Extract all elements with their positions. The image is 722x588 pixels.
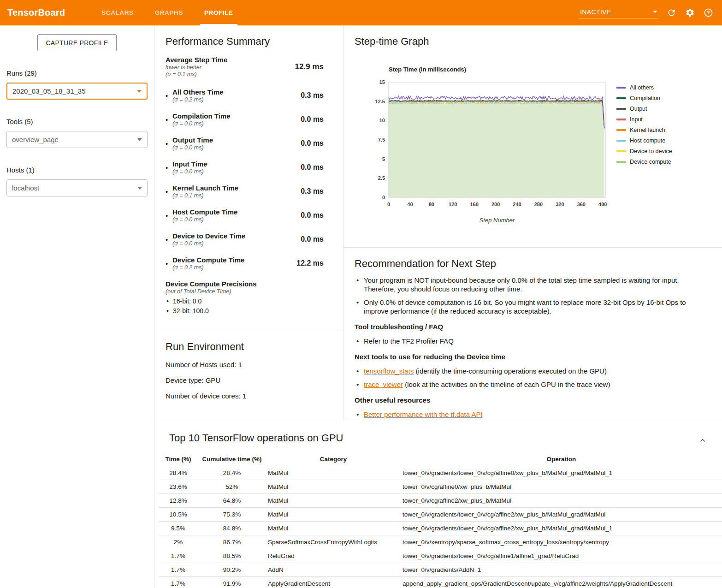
precisions-note: (out of Total Device Time)	[166, 288, 324, 295]
table-row: 12.8%64.8%MatMultower_0/v/cg/affine2/xw_…	[159, 494, 722, 508]
perf-item: • Compilation Time (σ = 0.0 ms) 0.0 ms	[166, 112, 324, 127]
chevron-down-icon	[137, 138, 142, 141]
tool-link[interactable]: trace_viewer	[364, 380, 403, 388]
resources-list: Better performance with the tf.data API	[355, 410, 701, 419]
legend-swatch	[616, 150, 626, 152]
legend-label: Device to device	[630, 148, 672, 154]
table-cell: append_apply_gradient_ops/GradientDescen…	[401, 577, 722, 588]
tab-profile[interactable]: PROFILE	[194, 0, 244, 25]
hosts-group: Hosts (1) localhost	[0, 166, 154, 196]
table-row: 1.7%91.9%ApplyGradientDescentappend_appl…	[159, 577, 722, 588]
table-cell: 91.9%	[198, 577, 266, 588]
tool-link[interactable]: tensorflow_stats	[364, 367, 414, 375]
appbar-right: INACTIVE ?	[579, 7, 714, 18]
bullet-icon: •	[166, 116, 172, 124]
tools-select[interactable]: overview_page	[6, 131, 148, 148]
perf-item-value: 12.2 ms	[292, 259, 324, 267]
table-cell: tower_0/v/cg/affine2/xw_plus_b/MatMul	[401, 494, 722, 508]
perf-item-sigma: (σ = 0.0 ms)	[172, 216, 237, 223]
app-title: TensorBoard	[7, 7, 65, 18]
chart-title: Step Time (in milliseconds)	[389, 66, 610, 73]
perf-item-value: 0.3 ms	[296, 187, 324, 196]
nav-tabs: SCALARSGRAPHSPROFILE	[91, 0, 244, 25]
legend-label: Device compute	[630, 159, 671, 165]
legend-swatch	[616, 161, 626, 163]
table-cell: 88.5%	[198, 549, 266, 563]
hosts-select[interactable]: localhost	[6, 179, 148, 196]
svg-text:360: 360	[577, 202, 586, 207]
table-row: 1.7%90.2%AddNtower_0/v/gradients/AddN_1	[159, 563, 722, 577]
perf-item: • Kernel Launch Time (σ = 0.1 ms) 0.3 ms	[166, 184, 324, 199]
table-cell: 23.6%	[159, 480, 198, 494]
average-step-time-value: 12.9 ms	[290, 62, 324, 71]
column-header: Category	[266, 452, 401, 466]
step-time-graph-title: Step-time Graph	[355, 36, 713, 48]
table-cell: ReluGrad	[266, 549, 401, 563]
average-step-time-sigma: (σ = 0.1 ms)	[166, 71, 227, 78]
perf-item: • Input Time (σ = 0.0 ms) 0.0 ms	[166, 160, 324, 175]
tools-select-value: overview_page	[12, 136, 59, 143]
svg-text:12.5: 12.5	[375, 99, 385, 104]
refresh-button[interactable]	[666, 7, 677, 18]
collapse-button[interactable]	[697, 435, 708, 446]
precisions-title: Device Compute Precisions	[166, 279, 324, 288]
svg-text:80: 80	[429, 202, 434, 207]
legend-item: Device to device	[616, 148, 672, 154]
app-header: TensorBoard SCALARSGRAPHSPROFILE INACTIV…	[0, 0, 722, 25]
capture-profile-button[interactable]: CAPTURE PROFILE	[37, 34, 116, 51]
runs-group: Runs (29) 2020_03_05_18_31_35	[0, 69, 154, 100]
svg-text:?: ?	[707, 10, 710, 15]
run-env-line: Device type: GPU	[166, 376, 332, 384]
top-ops-table: Time (%)Cumulative time (%)CategoryOpera…	[159, 452, 722, 588]
legend-item: All others	[616, 84, 672, 91]
table-cell: 1.7%	[159, 577, 198, 588]
legend-swatch	[616, 119, 626, 120]
table-cell: 10.5%	[159, 508, 198, 522]
run-env-line: Number of Hosts used: 1	[166, 361, 332, 368]
svg-text:2.5: 2.5	[378, 175, 385, 181]
perf-item: • Device to Device Time (σ = 0.0 ms) 0.0…	[166, 232, 324, 247]
svg-text:280: 280	[534, 202, 543, 207]
table-cell: tower_0/v/gradients/AddN_1	[401, 563, 722, 577]
performance-summary-section: Performance Summary Average Step Time lo…	[154, 25, 343, 331]
average-step-time-note: lower is better	[166, 64, 227, 71]
performance-summary-title: Performance Summary	[166, 36, 324, 48]
bullet-icon: •	[166, 188, 172, 196]
perf-item: • Device Compute Time (σ = 0.2 ms) 12.2 …	[166, 255, 324, 271]
run-environment-title: Run Environment	[166, 341, 332, 353]
refresh-icon	[667, 8, 676, 18]
table-cell: MatMul	[266, 480, 401, 494]
runs-select[interactable]: 2020_03_05_18_31_35	[6, 83, 148, 100]
svg-text:7.5: 7.5	[378, 137, 385, 143]
next-tool-item: tensorflow_stats (identify the time-cons…	[355, 367, 701, 375]
precision-item: 32-bit: 100.0	[166, 307, 324, 315]
svg-text:400: 400	[598, 202, 607, 207]
ops-tbody: 28.4%28.4%MatMultower_0/v/gradients/towe…	[159, 466, 722, 588]
perf-item-sigma: (σ = 0.0 ms)	[172, 120, 231, 127]
help-button[interactable]: ?	[703, 7, 714, 18]
legend-swatch	[616, 87, 626, 89]
status-dropdown[interactable]: INACTIVE	[579, 7, 658, 18]
svg-text:320: 320	[556, 202, 564, 207]
runs-label: Runs (29)	[6, 69, 148, 77]
table-cell: 9.5%	[159, 522, 198, 535]
svg-text:40: 40	[407, 202, 413, 207]
perf-item-label: Device to Device Time	[172, 232, 245, 240]
perf-item-value: 0.0 ms	[296, 139, 324, 148]
column-header: Operation	[401, 452, 722, 466]
next-tools-heading: Next tools to use for reducing the Devic…	[355, 353, 701, 361]
table-cell: MatMul	[266, 466, 401, 480]
perf-item-value: 0.0 ms	[296, 235, 324, 244]
table-cell: 1.7%	[159, 549, 198, 563]
perf-item-value: 0.0 ms	[296, 211, 324, 220]
tab-graphs[interactable]: GRAPHS	[144, 0, 194, 25]
table-cell: 52%	[198, 480, 266, 494]
settings-button[interactable]	[684, 7, 695, 18]
tab-scalars[interactable]: SCALARS	[91, 0, 144, 25]
perf-item: • Host Compute Time (σ = 0.0 ms) 0.0 ms	[166, 208, 324, 223]
bullet-icon: •	[166, 164, 172, 172]
table-cell: ApplyGradientDescent	[266, 577, 401, 588]
help-icon: ?	[704, 8, 713, 18]
legend-item: Device compute	[616, 159, 672, 165]
resource-link[interactable]: Better performance with the tf.data API	[364, 410, 483, 418]
